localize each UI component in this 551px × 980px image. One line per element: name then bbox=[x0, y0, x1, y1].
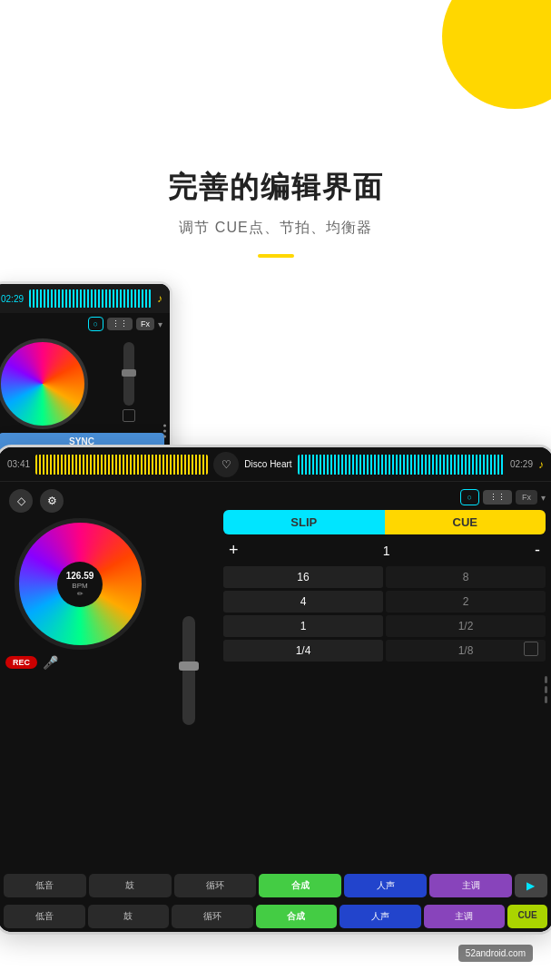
cue-btn-large[interactable]: CUE bbox=[507, 905, 547, 928]
bottom-rows: 低音 鼓 循环 合成 人声 主调 ▶ 低音 鼓 循环 合成 人声 主调 CUE bbox=[0, 870, 551, 932]
handle-dot-2 bbox=[545, 686, 547, 693]
hero-section: 完善的编辑界面 调节 CUE点、节拍、均衡器 bbox=[0, 168, 551, 258]
main-content-large: ◇ ⚙ 126.59 BPM ✏ REC 🎤 bbox=[0, 482, 551, 859]
controls-row-small: ○ ⋮⋮ Fx ▾ bbox=[0, 313, 170, 335]
chevron-large: ▾ bbox=[541, 493, 546, 503]
song-title: Disco Heart bbox=[244, 459, 291, 469]
heart-icon[interactable]: ♡ bbox=[213, 452, 239, 477]
handle-dot bbox=[163, 425, 166, 427]
small-square bbox=[123, 409, 135, 422]
handle-dot-1 bbox=[545, 676, 547, 683]
grid-cell-2[interactable]: 2 bbox=[386, 591, 546, 612]
plus-btn[interactable]: + bbox=[223, 541, 244, 560]
loop-btn-small[interactable]: ○ bbox=[88, 317, 103, 331]
handle-dot-3 bbox=[545, 696, 547, 703]
num-display: 1 bbox=[383, 544, 390, 558]
grid-cell-quarter[interactable]: 1/4 bbox=[223, 640, 383, 662]
right-panel: ○ ⋮⋮ Fx ▾ SLIP CUE + 1 - bbox=[216, 482, 551, 859]
drum-btn-1[interactable]: 鼓 bbox=[89, 874, 172, 897]
bpm-value: 126.59 bbox=[66, 571, 94, 582]
rec-btn[interactable]: REC bbox=[5, 656, 37, 669]
key-btn-row2[interactable]: 主调 bbox=[424, 905, 506, 928]
rec-row: REC 🎤 bbox=[5, 655, 154, 670]
fader-small[interactable] bbox=[123, 342, 134, 406]
minus-btn[interactable]: - bbox=[529, 541, 546, 560]
turntable-center: 126.59 BPM ✏ bbox=[57, 562, 103, 607]
watermark: 52android.com bbox=[458, 945, 533, 962]
synth-btn-2[interactable]: 合成 bbox=[256, 905, 338, 928]
mic-icon[interactable]: 🎤 bbox=[43, 655, 58, 670]
top-icons-row: ◇ ⚙ bbox=[5, 489, 154, 513]
main-title: 完善的编辑界面 bbox=[0, 168, 551, 208]
fader-handle-large bbox=[179, 662, 199, 671]
note-icon-small: ♪ bbox=[157, 292, 162, 305]
handle-dot bbox=[163, 430, 166, 433]
turntable-large[interactable]: 126.59 BPM ✏ bbox=[15, 518, 146, 650]
chevron-small: ▾ bbox=[158, 319, 162, 329]
time-left-large: 03:41 bbox=[7, 459, 30, 469]
beat-grid: 16 8 4 2 1 1/2 1/4 1/8 bbox=[223, 566, 546, 662]
bottom-btn-row-2: 低音 鼓 循环 合成 人声 主调 CUE bbox=[0, 901, 551, 932]
loop-btn-row[interactable]: 循环 bbox=[174, 874, 257, 897]
slip-tab[interactable]: SLIP bbox=[223, 510, 385, 534]
diamond-icon[interactable]: ◇ bbox=[9, 489, 33, 513]
handle-dot bbox=[163, 436, 166, 438]
bass-btn-2[interactable]: 低音 bbox=[4, 905, 85, 928]
slip-cue-tabs: SLIP CUE bbox=[223, 510, 546, 534]
grid-cell-1[interactable]: 1 bbox=[223, 615, 383, 637]
decorative-blob bbox=[442, 0, 551, 109]
waveform-bar-large: 03:41 ♡ Disco Heart 02:29 ♪ bbox=[0, 447, 551, 482]
waveform-yellow-large bbox=[35, 455, 208, 475]
waveform-bar-small: 02:29 ♪ bbox=[0, 284, 170, 313]
loop-btn-large[interactable]: ○ bbox=[460, 489, 479, 505]
fx-btn-large[interactable]: Fx bbox=[516, 490, 537, 505]
eq-btn-large[interactable]: ⋮⋮ bbox=[483, 490, 512, 505]
grid-cell-16[interactable]: 16 bbox=[223, 566, 383, 588]
top-controls-right: ○ ⋮⋮ Fx ▾ bbox=[223, 489, 546, 505]
grid-cell-8[interactable]: 8 bbox=[386, 566, 546, 588]
gear-icon[interactable]: ⚙ bbox=[40, 489, 64, 513]
drum-btn-2[interactable]: 鼓 bbox=[88, 905, 170, 928]
time-right-large: 02:29 bbox=[510, 459, 533, 469]
watermark-text: 52android.com bbox=[466, 948, 526, 958]
center-fader bbox=[162, 482, 216, 859]
key-btn-row1[interactable]: 主调 bbox=[429, 874, 512, 897]
vocal-btn-2[interactable]: 人声 bbox=[339, 905, 421, 928]
tablet-large: 03:41 ♡ Disco Heart 02:29 ♪ ◇ ⚙ 126.59 B… bbox=[0, 445, 551, 935]
time-display-small: 02:29 bbox=[1, 294, 24, 304]
left-panel: ◇ ⚙ 126.59 BPM ✏ REC 🎤 bbox=[0, 482, 162, 859]
waveform-cyan-small bbox=[29, 289, 152, 308]
number-controls: + 1 - bbox=[223, 539, 546, 562]
bottom-btn-row-1: 低音 鼓 循环 合成 人声 主调 ▶ bbox=[0, 870, 551, 901]
yellow-divider bbox=[258, 254, 294, 258]
synth-btn-1[interactable]: 合成 bbox=[259, 874, 341, 897]
play-btn-large[interactable]: ▶ bbox=[515, 874, 547, 897]
grid-cell-eighth[interactable]: 1/8 bbox=[386, 640, 546, 662]
right-handle bbox=[545, 676, 547, 703]
grid-cell-4[interactable]: 4 bbox=[223, 591, 383, 612]
note-icon-large: ♪ bbox=[538, 458, 544, 471]
fader-large[interactable] bbox=[182, 616, 195, 725]
turntable-small[interactable] bbox=[0, 338, 88, 429]
cue-tab[interactable]: CUE bbox=[385, 510, 546, 534]
tablet-large-inner: 03:41 ♡ Disco Heart 02:29 ♪ ◇ ⚙ 126.59 B… bbox=[0, 447, 551, 932]
small-square-right bbox=[524, 642, 538, 656]
vocal-btn-1[interactable]: 人声 bbox=[344, 874, 427, 897]
turntable-area bbox=[0, 335, 170, 433]
right-controls bbox=[92, 338, 166, 429]
bass-btn-1[interactable]: 低音 bbox=[4, 874, 86, 897]
grid-cell-half[interactable]: 1/2 bbox=[386, 615, 546, 637]
fader-handle-small bbox=[122, 369, 136, 377]
fx-btn-small[interactable]: Fx bbox=[136, 318, 154, 330]
waveform-cyan-large bbox=[298, 455, 505, 475]
loop-btn-row2[interactable]: 循环 bbox=[172, 905, 253, 928]
bpm-label: BPM bbox=[72, 582, 87, 590]
handle-dots bbox=[163, 425, 166, 438]
subtitle: 调节 CUE点、节拍、均衡器 bbox=[0, 219, 551, 238]
eq-btn-small[interactable]: ⋮⋮ bbox=[107, 318, 133, 330]
